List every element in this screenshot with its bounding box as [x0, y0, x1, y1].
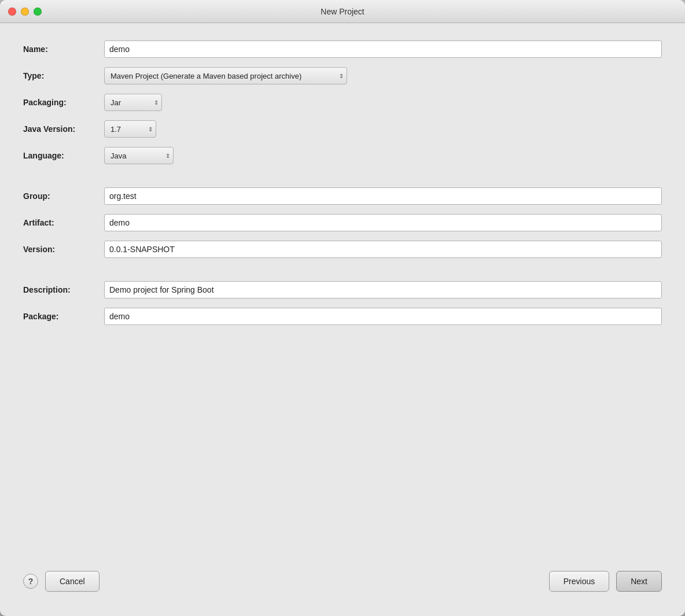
previous-button[interactable]: Previous — [549, 571, 609, 592]
help-button[interactable]: ? — [23, 574, 38, 589]
group-label: Group: — [23, 191, 104, 201]
new-project-dialog: New Project Name: Type: Maven Project (G… — [0, 0, 685, 616]
artifact-label: Artifact: — [23, 218, 104, 227]
window-title: New Project — [321, 7, 364, 16]
artifact-input[interactable] — [104, 214, 662, 231]
maximize-button[interactable] — [34, 8, 42, 16]
cancel-button[interactable]: Cancel — [45, 571, 100, 592]
description-input[interactable] — [104, 281, 662, 298]
package-row: Package: — [23, 308, 662, 325]
close-button[interactable] — [8, 8, 16, 16]
language-row: Language: Java Kotlin Groovy — [23, 147, 662, 164]
name-label: Name: — [23, 45, 104, 54]
footer: ? Cancel Previous Next — [23, 558, 662, 604]
name-row: Name: — [23, 40, 662, 58]
version-input[interactable] — [104, 241, 662, 258]
group-input[interactable] — [104, 187, 662, 205]
type-select-wrapper: Maven Project (Generate a Maven based pr… — [104, 67, 347, 84]
version-row: Version: — [23, 241, 662, 258]
java-version-label: Java Version: — [23, 124, 104, 134]
package-input[interactable] — [104, 308, 662, 325]
version-label: Version: — [23, 245, 104, 254]
description-label: Description: — [23, 285, 104, 294]
packaging-select[interactable]: Jar War — [104, 94, 162, 111]
language-select-wrapper: Java Kotlin Groovy — [104, 147, 174, 164]
packaging-row: Packaging: Jar War — [23, 94, 662, 111]
type-row: Type: Maven Project (Generate a Maven ba… — [23, 67, 662, 84]
name-input[interactable] — [104, 40, 662, 58]
java-version-row: Java Version: 1.7 1.8 11 17 — [23, 120, 662, 138]
package-label: Package: — [23, 312, 104, 321]
minimize-button[interactable] — [21, 8, 29, 16]
artifact-row: Artifact: — [23, 214, 662, 231]
footer-right: Previous Next — [549, 571, 662, 592]
footer-left: ? Cancel — [23, 571, 100, 592]
type-select[interactable]: Maven Project (Generate a Maven based pr… — [104, 67, 347, 84]
titlebar: New Project — [0, 0, 685, 23]
packaging-label: Packaging: — [23, 98, 104, 107]
group-row: Group: — [23, 187, 662, 205]
form-area: Name: Type: Maven Project (Generate a Ma… — [23, 40, 662, 558]
packaging-select-wrapper: Jar War — [104, 94, 162, 111]
dialog-content: Name: Type: Maven Project (Generate a Ma… — [0, 23, 685, 616]
java-version-select-wrapper: 1.7 1.8 11 17 — [104, 120, 156, 138]
description-row: Description: — [23, 281, 662, 298]
type-label: Type: — [23, 71, 104, 80]
next-button[interactable]: Next — [616, 571, 662, 592]
language-select[interactable]: Java Kotlin Groovy — [104, 147, 174, 164]
titlebar-buttons — [8, 8, 42, 16]
java-version-select[interactable]: 1.7 1.8 11 17 — [104, 120, 156, 138]
language-label: Language: — [23, 151, 104, 160]
